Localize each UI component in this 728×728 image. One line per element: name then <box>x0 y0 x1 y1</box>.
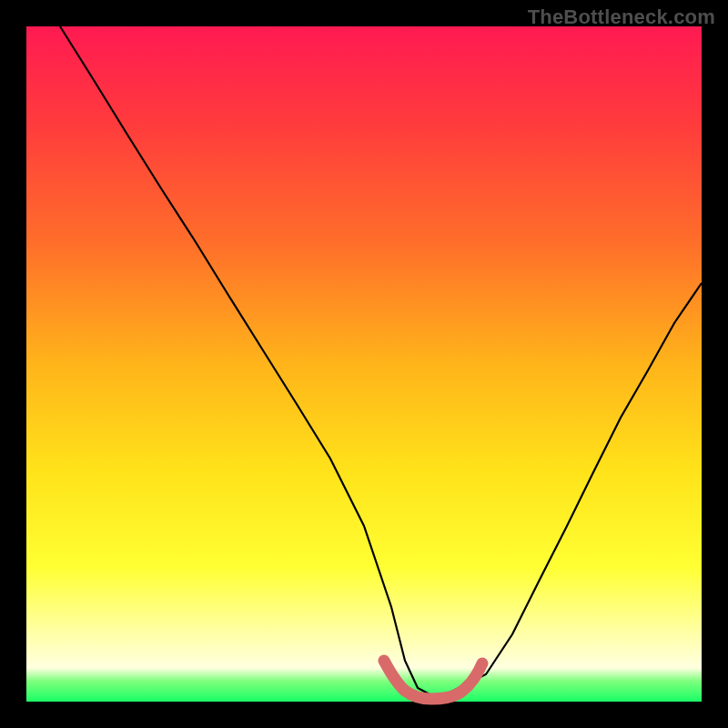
bottleneck-curve <box>60 26 702 695</box>
chart-frame: TheBottleneck.com <box>0 0 728 728</box>
plot-area <box>26 26 702 702</box>
curve-layer <box>26 26 702 702</box>
watermark-text: TheBottleneck.com <box>528 5 715 29</box>
sweet-spot-band <box>384 661 482 699</box>
